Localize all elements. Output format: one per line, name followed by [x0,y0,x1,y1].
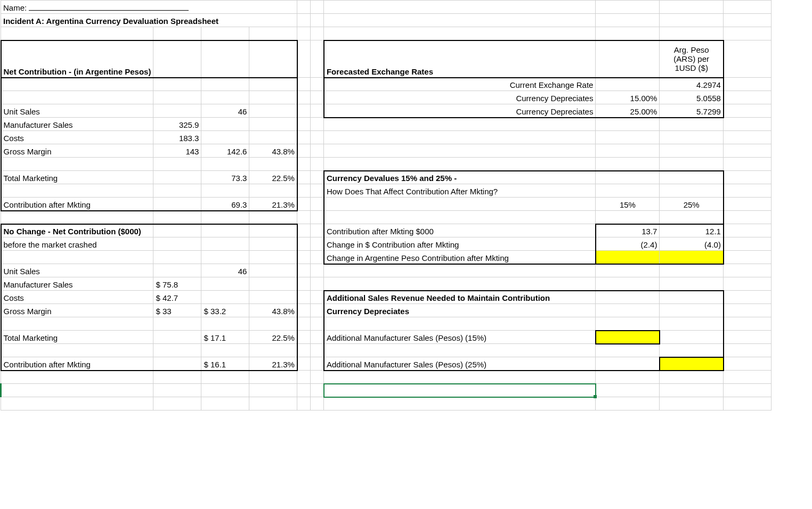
fx-col-header: Arg. Peso (ARS) per 1USD ($) [660,40,724,78]
ca2-label: Contribution after Mkting [1,357,153,371]
gm2-label: Gross Margin [1,304,153,317]
col15-header: 15% [596,198,660,211]
sheet-title: Incident A: Argentina Currency Devaluati… [1,14,297,27]
gross-margin-label: Gross Margin [1,144,153,158]
chg-usd-25[interactable]: (4.0) [660,237,724,251]
current-rate-label: Current Exchange Rate [324,78,596,91]
col25-header: 25% [660,198,724,211]
chg-usd-15[interactable]: (2.4) [596,237,660,251]
chg-usd-label: Change in $ Contribution after Mkting [324,237,596,251]
mfr-sales2-label: Manufacturer Sales [1,277,153,291]
add-mfr-15-value[interactable] [596,331,660,344]
devalue-title: Currency Devalues 15% and 25% - [324,171,596,184]
current-rate-value[interactable]: 4.2974 [660,78,724,91]
tm2-label: Total Marketing [1,331,153,344]
costs2-label: Costs [1,291,153,304]
dep25-pct[interactable]: 25.00% [596,104,660,118]
dep15-value[interactable]: 5.0558 [660,91,724,104]
cam-label: Contribution after Mkting $000 [324,224,596,237]
costs-value[interactable]: 183.3 [153,131,201,144]
name-label: Name: [3,3,27,12]
mfr-sales-label: Manufacturer Sales [1,118,153,131]
selected-cell[interactable] [324,384,596,397]
cam-25[interactable]: 12.1 [660,224,724,237]
unit-sales2-label: Unit Sales [1,264,153,277]
unit-sales2-value[interactable]: 46 [201,264,249,277]
chg-ars-15[interactable] [596,251,660,264]
name-cell[interactable]: Name: [1,1,297,14]
net-contrib-header: Net Contribution - (in Argentine Pesos) [1,40,153,78]
costs2-value[interactable]: $ 42.7 [153,291,201,304]
gross-margin-d[interactable]: 43.8% [249,144,297,158]
devalue-sub: How Does That Affect Contribution After … [324,184,596,198]
chg-ars-label: Change in Argentine Peso Contribution af… [324,251,596,264]
add-mfr-25-label: Additional Manufacturer Sales (Pesos) (2… [324,357,596,371]
total-mkt-label: Total Marketing [1,171,153,184]
dep15-label: Currency Depreciates [324,91,596,104]
contrib-after-d[interactable]: 21.3% [249,198,297,211]
dep25-label: Currency Depreciates [324,104,596,118]
dep15-pct[interactable]: 15.00% [596,91,660,104]
tm2-c[interactable]: $ 17.1 [201,331,249,344]
gm2-d[interactable]: 43.8% [249,304,297,317]
ca2-c[interactable]: $ 16.1 [201,357,249,371]
total-mkt-c[interactable]: 73.3 [201,171,249,184]
mfr-sales2-value[interactable]: $ 75.8 [153,277,201,291]
tm2-d[interactable]: 22.5% [249,331,297,344]
fx-header: Forecasted Exchange Rates [324,40,596,78]
contrib-after-label: Contribution after Mkting [1,198,153,211]
total-mkt-d[interactable]: 22.5% [249,171,297,184]
dep25-value[interactable]: 5.7299 [660,104,724,118]
gm2-b[interactable]: $ 33 [153,304,201,317]
spreadsheet-grid[interactable]: Name: Incident A: Argentina Currency Dev… [0,0,772,411]
ca2-d[interactable]: 21.3% [249,357,297,371]
contrib-after-c[interactable]: 69.3 [201,198,249,211]
add-sales-sub: Currency Depreciates [324,304,596,317]
unit-sales-value[interactable]: 46 [201,104,249,118]
add-mfr-15-label: Additional Manufacturer Sales (Pesos) (1… [324,331,596,344]
no-change-title: No Change - Net Contribution ($000) [1,224,153,237]
cam-15[interactable]: 13.7 [596,224,660,237]
gross-margin-b[interactable]: 143 [153,144,201,158]
unit-sales-label: Unit Sales [1,104,153,118]
add-sales-title: Additional Sales Revenue Needed to Maint… [324,291,596,304]
chg-ars-25[interactable] [660,251,724,264]
mfr-sales-value[interactable]: 325.9 [153,118,201,131]
add-mfr-25-value[interactable] [660,357,724,371]
before-crash: before the market crashed [1,237,153,251]
gm2-c[interactable]: $ 33.2 [201,304,249,317]
name-field-line [29,10,189,11]
costs-label: Costs [1,131,153,144]
gross-margin-c[interactable]: 142.6 [201,144,249,158]
